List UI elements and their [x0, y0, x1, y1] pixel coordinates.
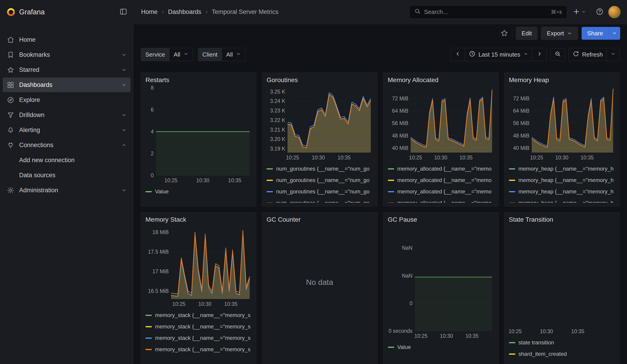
export-button[interactable]: Export — [541, 27, 578, 40]
chart-canvas[interactable]: 0 seconds0NaNNaN10:2510:3010:35 — [388, 225, 494, 339]
chevron-right-icon — [160, 9, 166, 15]
legend-item[interactable]: memory_allocated {__name__="memo — [388, 174, 494, 186]
sidebar-toggle-button[interactable] — [119, 7, 127, 16]
chevron-up-icon[interactable] — [121, 142, 127, 148]
chart-canvas[interactable]: 10:2510:3010:35 — [509, 225, 615, 335]
panel-title[interactable]: GC Pause — [388, 216, 494, 223]
legend-item[interactable]: shard_item_created — [509, 348, 615, 360]
series-color-dash — [266, 203, 273, 203]
chevron-down-icon — [523, 51, 528, 58]
brand-title: Grafana — [19, 8, 45, 16]
sidebar-item-explore[interactable]: Explore — [3, 93, 130, 107]
breadcrumb-item-temporal-server-metrics: Temporal Server Metrics — [212, 8, 279, 15]
legend-item[interactable]: Value — [146, 186, 252, 197]
sidebar-item-starred[interactable]: Starred — [3, 62, 130, 77]
legend-item[interactable]: Value — [388, 341, 494, 353]
legend-item[interactable]: num_goroutines {__name__="num_go — [266, 197, 372, 203]
breadcrumb-item-home[interactable]: Home — [141, 8, 157, 15]
legend-item[interactable]: memory_stack {__name__="memory_s — [146, 310, 252, 321]
share-menu-button[interactable] — [609, 27, 620, 40]
series-color-dash — [509, 354, 515, 355]
legend-item[interactable]: memory_allocated {__name__="memo — [388, 163, 494, 174]
share-button[interactable]: Share — [582, 27, 609, 40]
chevron-down-icon[interactable] — [121, 52, 127, 58]
gear-icon — [7, 187, 15, 194]
sidebar-item-label: Data sources — [19, 172, 55, 179]
sidebar-item-connections[interactable]: Connections — [3, 138, 130, 152]
new-menu-button[interactable] — [573, 8, 586, 16]
chevron-down-icon — [567, 31, 572, 36]
chart-canvas[interactable]: 40 MiB48 MiB56 MiB64 MiB72 MiB10:2510:30… — [509, 86, 615, 161]
legend-item[interactable]: memory_allocated {__name__="memo — [388, 186, 494, 197]
panel-grid: Restarts0246810:2510:3010:35ValueGorouti… — [133, 73, 627, 364]
legend-item[interactable]: num_goroutines {__name__="num_go — [266, 163, 372, 174]
legend-item[interactable]: memory_allocated {__name__="memo — [388, 197, 494, 203]
chevron-down-icon[interactable] — [121, 127, 127, 133]
chart-canvas[interactable]: 0246810:2510:3010:35 — [146, 86, 252, 184]
edit-button[interactable]: Edit — [516, 27, 538, 40]
grafana-logo-icon[interactable] — [7, 8, 15, 16]
sidebar-item-label: Administration — [19, 187, 58, 194]
panel-title[interactable]: Memory Heap — [509, 76, 615, 84]
plug-icon — [7, 141, 15, 149]
time-range-picker[interactable]: Last 15 minutes — [465, 48, 532, 61]
sidebar-item-bookmarks[interactable]: Bookmarks — [3, 48, 130, 62]
refresh-interval-button[interactable] — [607, 48, 620, 61]
chevron-down-icon[interactable] — [121, 82, 127, 88]
sidebar-nav: HomeBookmarksStarredDashboardsExploreDri… — [0, 32, 133, 198]
sidebar-item-administration[interactable]: Administration — [3, 183, 130, 198]
help-button[interactable] — [596, 7, 604, 16]
sidebar-item-data-sources[interactable]: Data sources — [3, 168, 130, 182]
sidebar: HomeBookmarksStarredDashboardsExploreDri… — [0, 24, 133, 364]
panel-title[interactable]: State Transition — [509, 216, 615, 223]
legend-item[interactable]: memory_heap {__name__="memory_h — [509, 197, 615, 203]
svg-text:10:35: 10:35 — [224, 301, 238, 307]
time-shift-back-button[interactable] — [451, 48, 465, 61]
sidebar-item-alerting[interactable]: Alerting — [3, 123, 130, 137]
filter-value-dropdown[interactable]: All — [170, 48, 193, 61]
legend-item[interactable]: state transition — [509, 337, 615, 348]
panel-title[interactable]: Restarts — [146, 76, 252, 84]
legend-item[interactable]: memory_heap {__name__="memory_h — [509, 174, 615, 186]
legend-item[interactable]: memory_heap {__name__="memory_h — [509, 163, 615, 174]
chart-canvas[interactable]: 16.5 MiB17 MiB17.5 MiB18 MiB10:2510:3010… — [146, 225, 252, 307]
legend-item[interactable]: num_goroutines {__name__="num_go — [266, 186, 372, 197]
chevron-down-icon[interactable] — [121, 112, 127, 118]
legend-item[interactable]: memory_stack {__name__="memory_s — [146, 321, 252, 332]
sidebar-item-drilldown[interactable]: Drilldown — [3, 108, 130, 122]
favorite-star-button[interactable] — [500, 29, 508, 38]
legend-item[interactable]: memory_stack {__name__="memory_s — [146, 344, 252, 355]
legend-label: Value — [155, 188, 169, 195]
search-input[interactable]: Search... ⌘+k — [409, 5, 567, 19]
zoom-out-button[interactable] — [550, 48, 565, 61]
sidebar-item-label: Drilldown — [19, 111, 45, 119]
chart-canvas[interactable]: 40 MiB48 MiB56 MiB64 MiB72 MiB10:2510:30… — [388, 86, 494, 161]
sidebar-item-dashboards[interactable]: Dashboards — [3, 78, 130, 92]
panel-title[interactable]: Memory Stack — [146, 216, 252, 223]
legend-item[interactable]: memory_stack {__name__="memory_s — [146, 332, 252, 344]
series-color-dash — [388, 191, 394, 192]
user-avatar[interactable] — [608, 6, 621, 18]
panel-title[interactable]: GC Counter — [266, 216, 372, 223]
filter-value-dropdown[interactable]: All — [222, 48, 245, 61]
sidebar-item-label: Bookmarks — [19, 51, 50, 58]
svg-text:3.25 K: 3.25 K — [270, 89, 285, 95]
panel-title[interactable]: Memory Allocated — [388, 76, 494, 84]
legend-item[interactable]: num_goroutines {__name__="num_go — [266, 174, 372, 186]
breadcrumb-item-dashboards[interactable]: Dashboards — [168, 8, 201, 15]
sidebar-item-home[interactable]: Home — [3, 32, 130, 47]
sidebar-item-add-new-connection[interactable]: Add new connection — [3, 153, 130, 167]
time-range-label: Last 15 minutes — [478, 51, 520, 58]
chart-canvas[interactable]: 3.19 K3.20 K3.21 K3.22 K3.23 K3.24 K3.25… — [266, 86, 372, 161]
series-color-dash — [146, 315, 152, 316]
refresh-button[interactable]: Refresh — [569, 48, 607, 61]
svg-text:0 seconds: 0 seconds — [388, 328, 413, 334]
legend-item[interactable]: memory_heap {__name__="memory_h — [509, 186, 615, 197]
panel-title[interactable]: Goroutines — [266, 76, 372, 84]
svg-text:10:30: 10:30 — [312, 155, 325, 160]
svg-text:NaN: NaN — [402, 273, 413, 279]
panel-legend: num_goroutines {__name__="num_gonum_goro… — [266, 163, 372, 203]
chevron-down-icon[interactable] — [121, 187, 127, 193]
time-shift-forward-button[interactable] — [532, 48, 547, 61]
chevron-down-icon[interactable] — [121, 67, 127, 73]
